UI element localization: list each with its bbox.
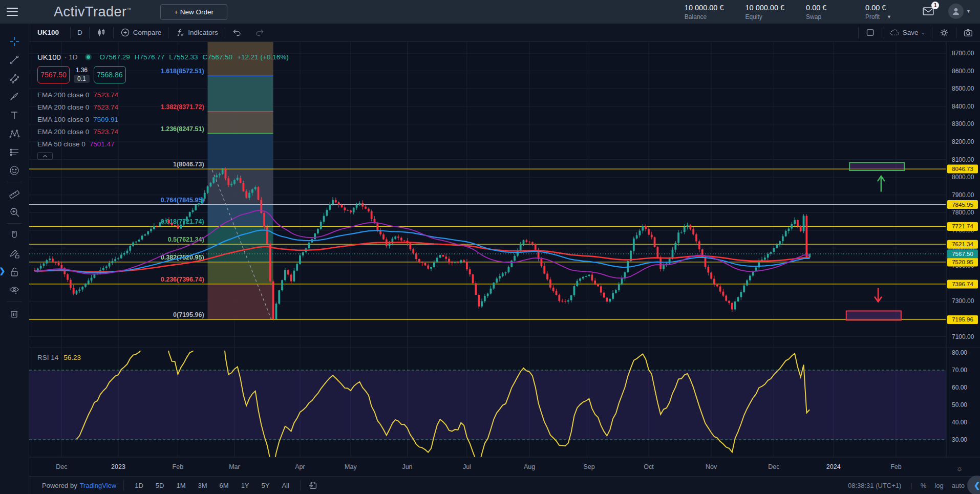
balance-value: 10 000.00 € — [685, 4, 724, 12]
indicator-row[interactable]: EMA 50 close 07501.47 — [37, 138, 289, 150]
svg-text:7567.50: 7567.50 — [952, 251, 973, 257]
down-arrow — [875, 296, 882, 302]
bottom-bar: Powered by TradingView 1D5D1M3M6M1Y5YAll… — [29, 476, 980, 494]
svg-text:Sep: Sep — [583, 463, 594, 470]
equity-stat: 10 000.00 € Equity — [745, 4, 784, 20]
xabcd-pattern-tool[interactable] — [5, 124, 24, 143]
undo-button[interactable] — [225, 24, 248, 41]
clock-display[interactable]: 08:38:31 (UTC+1) — [848, 482, 901, 489]
time-axis[interactable]: Dec2023FebMarAprMayJunJulAugSepOctNovDec… — [56, 463, 902, 470]
layout-button[interactable] — [859, 28, 882, 37]
text-tool[interactable] — [5, 106, 24, 124]
candlestick-icon — [96, 28, 106, 38]
balance-label: Balance — [685, 13, 724, 20]
profit-stat: 0.00 € Profit▼ — [865, 4, 903, 20]
account-menu-button[interactable]: ▼ — [948, 4, 971, 19]
hide-drawings-tool[interactable] — [5, 281, 24, 299]
new-order-button[interactable]: + New Order — [160, 4, 227, 20]
spread-pips: 0.1 — [74, 75, 90, 83]
range-1d[interactable]: 1D — [131, 481, 147, 490]
interval-button[interactable]: D — [71, 24, 89, 41]
range-5y[interactable]: 5Y — [258, 481, 273, 490]
ema-200-line — [35, 242, 809, 272]
pitchfork-tool[interactable] — [5, 69, 24, 88]
layout-square-icon — [865, 28, 875, 37]
drawing-mode-lock-tool[interactable] — [5, 244, 24, 263]
svg-text:70.00: 70.00 — [952, 367, 967, 374]
trade-markers — [846, 163, 904, 320]
chart-settings-button[interactable] — [932, 28, 956, 38]
buy-button[interactable]: 7568.86 — [94, 66, 126, 83]
log-scale-button[interactable]: log — [934, 482, 943, 489]
legend-collapse-button[interactable] — [37, 152, 53, 160]
range-1m[interactable]: 1M — [173, 481, 189, 490]
range-all[interactable]: All — [278, 481, 292, 490]
range-5d[interactable]: 5D — [152, 481, 168, 490]
fib-label: 0.618(7721.74) — [161, 218, 204, 225]
panel-collapse-button[interactable]: ❮ — [967, 476, 980, 494]
go-to-date-button[interactable] — [308, 480, 318, 490]
svg-text:8400.00: 8400.00 — [952, 103, 974, 110]
svg-text:May: May — [345, 463, 357, 470]
zoom-in-tool[interactable] — [5, 203, 24, 221]
svg-text:8300.00: 8300.00 — [952, 120, 974, 127]
long-target-box — [849, 163, 904, 170]
indicator-legend-rows: EMA 200 close 07523.74 EMA 200 close 075… — [37, 89, 289, 150]
fib-trendline — [212, 170, 271, 319]
rsi-legend[interactable]: RSI 14 56.23 — [37, 354, 81, 361]
range-6m[interactable]: 6M — [216, 481, 232, 490]
brush-tool[interactable] — [5, 88, 24, 106]
indicator-row[interactable]: EMA 200 close 07523.74 — [37, 125, 289, 138]
emoji-tool[interactable] — [5, 161, 24, 180]
sell-button[interactable]: 7567.50 — [37, 66, 70, 83]
undo-icon — [232, 28, 242, 37]
menu-icon[interactable] — [7, 8, 18, 16]
tradingview-link[interactable]: TradingView — [80, 482, 117, 489]
indicator-row[interactable]: EMA 100 close 07509.91 — [37, 113, 289, 125]
low-value: L7552.33 — [169, 53, 198, 61]
balance-stat: 10 000.00 € Balance — [685, 4, 724, 20]
remove-drawings-tool[interactable] — [5, 304, 24, 323]
save-layout-button[interactable]: Save ⌄ — [882, 28, 932, 37]
magnet-tool[interactable] — [5, 226, 24, 244]
percent-scale-button[interactable]: % — [921, 482, 927, 489]
compare-button[interactable]: Compare — [114, 24, 168, 41]
indicator-value: 7523.74 — [93, 103, 118, 111]
range-3m[interactable]: 3M — [195, 481, 211, 490]
spread-display: 1.36 0.1 — [74, 67, 90, 83]
legend-symbol[interactable]: UK100 — [37, 53, 61, 61]
notification-badge: 1 — [931, 2, 939, 9]
powered-by-label: Powered by — [42, 482, 77, 489]
svg-text:7721.74: 7721.74 — [952, 223, 973, 229]
chart-legend: UK100 · 1D O7567.29 H7576.77 L7552.33 C7… — [37, 53, 289, 160]
svg-text:7396.74: 7396.74 — [952, 281, 973, 287]
rsi-band — [29, 370, 946, 440]
redo-button[interactable] — [248, 24, 271, 41]
lock-all-drawings-tool[interactable] — [5, 263, 24, 281]
ema-50-line — [35, 210, 809, 278]
camera-icon — [963, 28, 973, 38]
cloud-icon — [889, 28, 900, 37]
screenshot-button[interactable] — [956, 28, 980, 38]
range-1y[interactable]: 1Y — [238, 481, 253, 490]
measure-tool[interactable] — [5, 184, 24, 203]
open-value: O7567.29 — [99, 53, 130, 61]
symbol-button[interactable]: UK100 — [29, 24, 70, 41]
ema-lines — [35, 210, 809, 278]
auto-scale-button[interactable]: auto — [952, 482, 965, 489]
notifications-button[interactable]: 1 — [922, 5, 935, 17]
watchlist-expand-chevron[interactable]: ❯ — [0, 266, 6, 275]
crosshair-tool[interactable] — [5, 32, 24, 51]
trendline-tool[interactable] — [5, 51, 24, 69]
chart-type-button[interactable] — [90, 24, 113, 41]
svg-text:80.00: 80.00 — [952, 349, 967, 356]
indicator-row[interactable]: EMA 200 close 07523.74 — [37, 101, 289, 113]
market-status-dot — [85, 54, 92, 60]
indicators-button[interactable]: Indicators — [168, 24, 225, 41]
svg-text:7195.96: 7195.96 — [952, 316, 973, 323]
stats-expand-caret[interactable]: ▼ — [887, 14, 891, 19]
axis-settings-icon[interactable]: ☼ — [956, 464, 963, 472]
forecast-tool[interactable] — [5, 143, 24, 161]
indicator-row[interactable]: EMA 200 close 07523.74 — [37, 89, 289, 101]
range-buttons: 1D5D1M3M6M1Y5YAll — [131, 481, 293, 490]
